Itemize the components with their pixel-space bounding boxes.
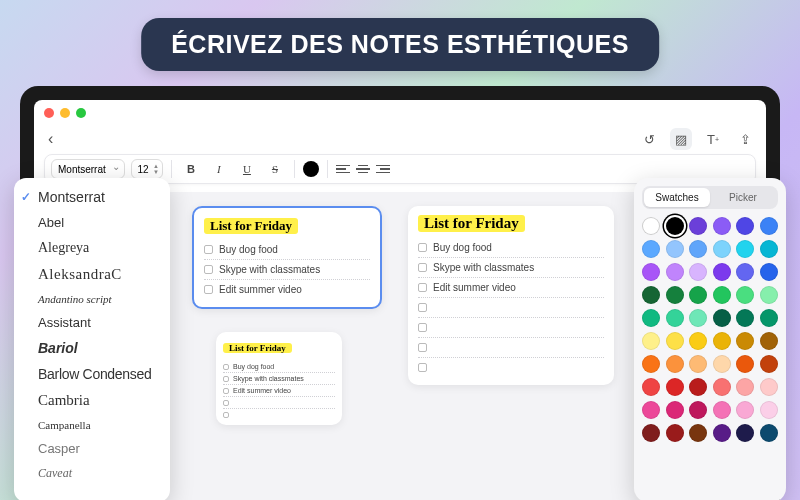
- close-window[interactable]: [44, 108, 54, 118]
- note-title[interactable]: List for Friday: [204, 218, 298, 234]
- color-swatch[interactable]: [642, 240, 660, 258]
- color-swatch[interactable]: [689, 355, 707, 373]
- color-swatch[interactable]: [713, 401, 731, 419]
- color-swatch[interactable]: [689, 217, 707, 235]
- font-option[interactable]: Caveat: [14, 461, 170, 486]
- color-swatch[interactable]: [713, 332, 731, 350]
- color-swatch[interactable]: [760, 240, 778, 258]
- color-swatch[interactable]: [666, 355, 684, 373]
- check-item[interactable]: Edit summer video: [204, 280, 370, 299]
- color-swatch[interactable]: [760, 286, 778, 304]
- check-item[interactable]: [223, 409, 335, 420]
- align-left-button[interactable]: [336, 165, 350, 174]
- color-swatch[interactable]: [666, 378, 684, 396]
- color-swatch[interactable]: [736, 378, 754, 396]
- color-swatch[interactable]: [642, 309, 660, 327]
- check-item[interactable]: Buy dog food: [204, 240, 370, 260]
- color-swatch[interactable]: [642, 401, 660, 419]
- color-swatch[interactable]: [689, 401, 707, 419]
- check-item[interactable]: Edit summer video: [418, 278, 604, 298]
- color-swatch[interactable]: [713, 240, 731, 258]
- color-swatch[interactable]: [642, 263, 660, 281]
- color-swatch[interactable]: [760, 424, 778, 442]
- minimize-window[interactable]: [60, 108, 70, 118]
- color-swatch[interactable]: [736, 401, 754, 419]
- color-swatch[interactable]: [666, 401, 684, 419]
- note-card[interactable]: List for Friday Buy dog food Skype with …: [192, 206, 382, 309]
- font-option[interactable]: Barlow Condensed: [14, 361, 170, 387]
- font-dropdown-panel[interactable]: Montserrat Abel Alegreya AleksandraC And…: [14, 178, 170, 500]
- color-swatch[interactable]: [689, 263, 707, 281]
- align-center-button[interactable]: [356, 165, 370, 174]
- align-right-button[interactable]: [376, 165, 390, 174]
- check-item[interactable]: [418, 358, 604, 377]
- font-option[interactable]: Cambria: [14, 387, 170, 414]
- font-option[interactable]: Campanella: [14, 414, 170, 436]
- share-icon[interactable]: ⇪: [734, 128, 756, 150]
- color-swatch[interactable]: [713, 263, 731, 281]
- font-option[interactable]: Casper: [14, 436, 170, 461]
- font-option[interactable]: Bariol: [14, 335, 170, 361]
- check-item[interactable]: Edit summer video: [223, 385, 335, 397]
- check-item[interactable]: Buy dog food: [223, 361, 335, 373]
- color-swatch[interactable]: [666, 263, 684, 281]
- color-swatch[interactable]: [760, 263, 778, 281]
- color-swatch[interactable]: [642, 217, 660, 235]
- color-swatch[interactable]: [713, 378, 731, 396]
- color-swatch[interactable]: [642, 355, 660, 373]
- color-swatch[interactable]: [666, 240, 684, 258]
- picker-tab[interactable]: Picker: [710, 188, 776, 207]
- color-swatch[interactable]: [713, 286, 731, 304]
- color-swatch[interactable]: [689, 309, 707, 327]
- italic-button[interactable]: I: [208, 159, 230, 179]
- color-swatch[interactable]: [689, 240, 707, 258]
- color-swatch[interactable]: [666, 332, 684, 350]
- back-button[interactable]: ‹: [44, 130, 57, 148]
- font-size-stepper[interactable]: 12 ▲▼: [131, 159, 163, 179]
- color-swatch[interactable]: [736, 263, 754, 281]
- text-style-icon[interactable]: T+: [702, 128, 724, 150]
- color-swatch[interactable]: [736, 217, 754, 235]
- font-option[interactable]: Assistant: [14, 310, 170, 335]
- color-swatch[interactable]: [642, 378, 660, 396]
- color-swatch[interactable]: [666, 424, 684, 442]
- color-swatch[interactable]: [642, 332, 660, 350]
- color-swatch[interactable]: [736, 286, 754, 304]
- color-swatch[interactable]: [642, 286, 660, 304]
- color-swatch[interactable]: [760, 401, 778, 419]
- color-swatch[interactable]: [713, 424, 731, 442]
- color-swatch[interactable]: [736, 424, 754, 442]
- color-swatch[interactable]: [736, 240, 754, 258]
- strikethrough-button[interactable]: S: [264, 159, 286, 179]
- color-swatch[interactable]: [666, 309, 684, 327]
- check-item[interactable]: [418, 318, 604, 338]
- color-swatch[interactable]: [642, 424, 660, 442]
- font-family-select[interactable]: Montserrat: [51, 159, 125, 179]
- check-item[interactable]: Buy dog food: [418, 238, 604, 258]
- check-item[interactable]: [223, 397, 335, 409]
- color-swatch[interactable]: [760, 217, 778, 235]
- bold-button[interactable]: B: [180, 159, 202, 179]
- swatches-tab[interactable]: Swatches: [644, 188, 710, 207]
- check-item[interactable]: Skype with classmates: [418, 258, 604, 278]
- color-swatch[interactable]: [713, 309, 731, 327]
- color-swatch[interactable]: [736, 332, 754, 350]
- color-swatch[interactable]: [713, 355, 731, 373]
- underline-button[interactable]: U: [236, 159, 258, 179]
- color-picker-panel[interactable]: Swatches Picker: [634, 178, 786, 500]
- font-option[interactable]: AleksandraC: [14, 261, 170, 288]
- color-swatch[interactable]: [736, 309, 754, 327]
- text-color-button[interactable]: [303, 161, 319, 177]
- color-swatch[interactable]: [666, 286, 684, 304]
- color-swatch[interactable]: [666, 217, 684, 235]
- font-option[interactable]: Montserrat: [14, 184, 170, 210]
- color-swatch[interactable]: [689, 286, 707, 304]
- check-item[interactable]: [418, 338, 604, 358]
- note-card[interactable]: List for Friday Buy dog food Skype with …: [408, 206, 614, 385]
- color-swatch[interactable]: [760, 332, 778, 350]
- maximize-window[interactable]: [76, 108, 86, 118]
- check-item[interactable]: Skype with classmates: [223, 373, 335, 385]
- font-option[interactable]: Alegreya: [14, 235, 170, 261]
- color-swatch[interactable]: [689, 378, 707, 396]
- check-item[interactable]: Skype with classmates: [204, 260, 370, 280]
